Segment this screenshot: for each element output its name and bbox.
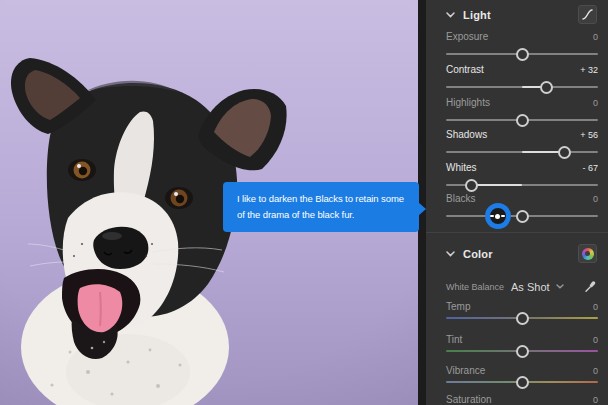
slider-track-shadows[interactable] bbox=[446, 146, 598, 159]
light-section-header[interactable]: Light bbox=[446, 5, 597, 24]
slider-row-blacks: Blacks0 bbox=[446, 193, 598, 223]
slider-row-saturation: Saturation0 bbox=[446, 394, 598, 405]
color-wheel-icon bbox=[582, 248, 594, 260]
slider-knob-tint[interactable] bbox=[516, 345, 529, 358]
slider-knob-exposure[interactable] bbox=[516, 48, 529, 61]
white-balance-label: White Balance bbox=[446, 282, 504, 292]
slider-label-exposure: Exposure bbox=[446, 31, 488, 43]
color-mixer-button[interactable] bbox=[578, 244, 597, 263]
slider-value-whites[interactable]: - 67 bbox=[582, 163, 598, 174]
slider-track-tint[interactable] bbox=[446, 345, 598, 358]
slider-row-whites: Whites- 67 bbox=[446, 162, 598, 192]
color-section-title: Color bbox=[463, 248, 493, 260]
app-window: I like to darken the Blacks to retain so… bbox=[0, 0, 608, 405]
coach-drag-arrow bbox=[501, 215, 505, 217]
coach-drag-arrow bbox=[490, 215, 494, 217]
dog-right-eye bbox=[165, 187, 193, 209]
slider-knob-contrast[interactable] bbox=[540, 81, 553, 94]
slider-row-highlights: Highlights0 bbox=[446, 97, 598, 127]
tooltip-arrow bbox=[418, 202, 426, 216]
slider-track-highlights[interactable] bbox=[446, 114, 598, 127]
coach-center-dot bbox=[495, 214, 500, 219]
slider-value-exposure[interactable]: 0 bbox=[593, 32, 598, 43]
slider-knob-shadows[interactable] bbox=[558, 146, 571, 159]
slider-label-blacks: Blacks bbox=[446, 193, 475, 205]
slider-value-contrast[interactable]: + 32 bbox=[580, 65, 598, 76]
slider-knob-whites[interactable] bbox=[465, 179, 478, 192]
eyedropper-icon bbox=[584, 280, 597, 293]
color-section-header[interactable]: Color bbox=[446, 244, 597, 263]
slider-value-blacks[interactable]: 0 bbox=[593, 194, 598, 205]
slider-track-whites[interactable] bbox=[446, 179, 598, 192]
dog-left-eye bbox=[68, 159, 96, 181]
slider-value-highlights[interactable]: 0 bbox=[593, 98, 598, 109]
chevron-down-icon[interactable] bbox=[556, 284, 564, 289]
slider-row-temp: Temp0 bbox=[446, 301, 598, 331]
tooltip-text-line2: of the drama of the black fur. bbox=[237, 207, 419, 223]
slider-value-shadows[interactable]: + 56 bbox=[580, 130, 598, 141]
slider-track-contrast[interactable] bbox=[446, 81, 598, 94]
slider-row-shadows: Shadows+ 56 bbox=[446, 129, 598, 159]
slider-row-vibrance: Vibrance0 bbox=[446, 365, 598, 395]
slider-label-contrast: Contrast bbox=[446, 64, 484, 76]
slider-knob-vibrance[interactable] bbox=[516, 376, 529, 389]
slider-knob-highlights[interactable] bbox=[516, 114, 529, 127]
slider-row-contrast: Contrast+ 32 bbox=[446, 64, 598, 94]
slider-track-temp[interactable] bbox=[446, 312, 598, 325]
tone-curve-icon bbox=[581, 8, 594, 21]
slider-row-tint: Tint0 bbox=[446, 334, 598, 364]
section-divider bbox=[426, 232, 608, 233]
slider-track-blacks[interactable] bbox=[446, 210, 598, 223]
light-section-title: Light bbox=[463, 9, 491, 21]
tooltip-text-line1: I like to darken the Blacks to retain so… bbox=[237, 191, 419, 207]
eyedropper-button[interactable] bbox=[584, 280, 597, 293]
tutorial-tooltip: I like to darken the Blacks to retain so… bbox=[223, 182, 419, 232]
slider-label-whites: Whites bbox=[446, 162, 477, 174]
chevron-down-icon bbox=[446, 12, 455, 18]
slider-label-saturation: Saturation bbox=[446, 394, 492, 405]
chevron-down-icon bbox=[446, 251, 455, 257]
slider-value-saturation[interactable]: 0 bbox=[593, 395, 598, 405]
slider-label-shadows: Shadows bbox=[446, 129, 487, 141]
drag-coach-mark[interactable] bbox=[485, 203, 511, 229]
slider-track-exposure[interactable] bbox=[446, 48, 598, 61]
slider-knob-temp[interactable] bbox=[516, 312, 529, 325]
edit-panel: Light Exposure0Contrast+ 32Highlights0Sh… bbox=[426, 0, 608, 405]
slider-row-exposure: Exposure0 bbox=[446, 31, 598, 61]
slider-track-vibrance[interactable] bbox=[446, 376, 598, 389]
white-balance-row: White Balance As Shot bbox=[446, 278, 597, 295]
slider-knob-blacks[interactable] bbox=[516, 210, 529, 223]
white-balance-dropdown[interactable]: As Shot bbox=[511, 281, 550, 293]
slider-label-highlights: Highlights bbox=[446, 97, 490, 109]
tone-curve-button[interactable] bbox=[578, 5, 597, 24]
